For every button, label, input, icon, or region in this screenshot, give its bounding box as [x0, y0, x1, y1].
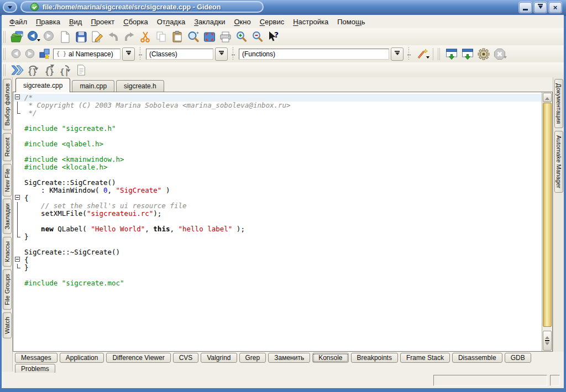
menu-item-правка[interactable]: Правка	[32, 16, 65, 28]
menu-item-отладка[interactable]: Отладка	[153, 16, 190, 28]
bottom-tab-messages[interactable]: Messages	[15, 353, 57, 363]
code-line[interactable]: new QLabel( "Hello World", this, "hello …	[13, 225, 542, 233]
nav-forward-button[interactable]	[23, 46, 36, 61]
code-line[interactable]	[13, 272, 542, 279]
code-line[interactable]: : KMainWindow( 0, "SigCreate" )	[13, 187, 542, 194]
stop-button[interactable]	[491, 46, 507, 61]
functions-combo-arrow[interactable]	[391, 47, 403, 61]
configure-button[interactable]	[475, 46, 491, 61]
code-area[interactable]: /* * Copyright (C) 2003 Marina Soboleva …	[13, 92, 542, 351]
bottom-tab-difference-viewer[interactable]: Difference Viewer	[106, 353, 170, 363]
code-line[interactable]	[13, 133, 542, 140]
toolbar-handle[interactable]	[438, 48, 441, 60]
close-button[interactable]: ×	[549, 2, 562, 13]
code-line[interactable]	[13, 148, 542, 156]
menu-item-вид[interactable]: Вид	[65, 16, 87, 28]
fold-marker[interactable]	[13, 225, 24, 233]
maximize-button[interactable]	[534, 2, 547, 13]
combo-resize-handle[interactable]: ↔	[405, 47, 413, 61]
left-dock-tab-выбор-файлов[interactable]: Выбор файлов	[3, 79, 12, 130]
wand-button[interactable]	[414, 46, 430, 61]
code-line[interactable]: #include "sigcreate.moc"	[13, 279, 542, 287]
code-line[interactable]: * Copyright (C) 2003 Marina Soboleva <ma…	[13, 102, 542, 109]
fullscreen-button[interactable]	[201, 29, 217, 44]
window-lower-button[interactable]	[459, 46, 475, 61]
code-line[interactable]	[13, 218, 542, 225]
redo-button[interactable]	[121, 29, 137, 44]
namespace-combo-value[interactable]: { }al Namespace)	[53, 49, 120, 60]
menu-item-сборка[interactable]: Сборка	[119, 16, 153, 28]
code-line[interactable]	[13, 241, 542, 248]
zoom-out-button[interactable]	[249, 29, 265, 44]
combo-resize-handle[interactable]: ↔	[137, 47, 144, 61]
fold-marker[interactable]	[13, 202, 24, 210]
open-project-button[interactable]	[9, 29, 25, 44]
window-menu-button[interactable]	[3, 2, 17, 13]
zoom-in-button[interactable]	[233, 29, 249, 44]
fold-marker[interactable]	[13, 264, 24, 272]
classes-button[interactable]	[36, 46, 53, 61]
window-lower-button[interactable]	[443, 46, 459, 61]
bottom-tab-grep[interactable]: Grep	[239, 353, 266, 363]
paste-button[interactable]	[169, 29, 185, 44]
fold-marker[interactable]	[13, 109, 24, 117]
code-line[interactable]: #include <qlabel.h>	[13, 140, 542, 148]
undo-button[interactable]	[105, 29, 121, 44]
code-line[interactable]	[13, 117, 542, 125]
bottom-tab-valgrind[interactable]: Valgrind	[201, 353, 237, 363]
bottom-tab-frame-stack[interactable]: Frame Stack	[400, 353, 450, 363]
editor-tab-sigcreate.cpp[interactable]: sigcreate.cpp	[15, 78, 70, 92]
right-dock-tab-документация[interactable]: Документация	[554, 79, 563, 128]
menu-item-настройка[interactable]: Настройка	[289, 16, 333, 28]
step-out-button[interactable]: {}	[41, 62, 57, 77]
combo-resize-handle[interactable]: ↔	[229, 47, 237, 61]
print-button[interactable]	[217, 29, 233, 44]
bottom-tab-konsole[interactable]: Konsole	[312, 353, 348, 363]
fold-marker[interactable]	[13, 233, 24, 241]
code-line[interactable]: {	[13, 194, 542, 202]
bottom-tab-disassemble[interactable]: Disassemble	[452, 353, 502, 363]
functions-combo[interactable]: (Functions)	[239, 47, 403, 61]
copy-button[interactable]	[153, 29, 169, 44]
code-line[interactable]: // set the shell's ui resource file	[13, 202, 542, 210]
editor-tab-sigcreate.h[interactable]: sigcreate.h	[116, 80, 164, 92]
minimize-button[interactable]	[519, 2, 532, 13]
left-dock-tab-классы[interactable]: Классы	[3, 237, 12, 267]
new-file-button[interactable]	[57, 29, 73, 44]
editor-scrollbar[interactable]	[542, 92, 552, 351]
save-button[interactable]	[73, 29, 89, 44]
scroll-updown-button[interactable]	[543, 331, 552, 351]
bottom-tab-application[interactable]: Application	[60, 353, 104, 363]
code-line[interactable]: {	[13, 256, 542, 264]
namespace-combo[interactable]: { }al Namespace)	[53, 47, 135, 61]
menu-item-закладки[interactable]: Закладки	[190, 16, 229, 28]
find-button[interactable]	[185, 29, 201, 44]
code-line[interactable]: #include "sigcreate.h"	[13, 125, 542, 133]
save-as-button[interactable]	[89, 29, 105, 44]
code-line[interactable]: SigCreate::~SigCreate()	[13, 248, 542, 256]
namespace-combo-arrow[interactable]	[122, 47, 135, 61]
bottom-tab-cvs[interactable]: CVS	[173, 353, 199, 363]
left-dock-tab-new-file[interactable]: New File	[3, 164, 12, 197]
scrollbar-thumb[interactable]	[543, 103, 552, 327]
fold-marker[interactable]	[13, 94, 24, 102]
bottom-tab-gdb[interactable]: GDB	[505, 353, 531, 363]
left-dock-tab-file-groups[interactable]: File Groups	[3, 269, 12, 310]
nav-back-button[interactable]	[9, 46, 23, 61]
step-over-button[interactable]: {}	[25, 62, 41, 77]
fold-marker[interactable]	[13, 210, 24, 218]
code-line[interactable]: #include <klocale.h>	[13, 163, 542, 171]
continue-button[interactable]	[9, 62, 25, 77]
back-button[interactable]	[25, 29, 41, 44]
toolbar-handle[interactable]	[3, 31, 7, 43]
classes-combo[interactable]: (Classes)	[146, 47, 228, 61]
step-into-button[interactable]: {|	[57, 62, 73, 77]
right-dock-tab-automake-manager[interactable]: Automake Manager	[554, 131, 563, 193]
editor-tab-main.cpp[interactable]: main.cpp	[72, 80, 114, 92]
classes-combo-value[interactable]: (Classes)	[146, 49, 213, 60]
code-line[interactable]: SigCreate::SigCreate()	[13, 179, 542, 187]
code-line[interactable]	[13, 171, 542, 179]
fold-marker[interactable]	[13, 102, 24, 109]
code-line[interactable]: */	[13, 109, 542, 117]
bottom-tab-breakpoints[interactable]: Breakpoints	[351, 353, 398, 363]
